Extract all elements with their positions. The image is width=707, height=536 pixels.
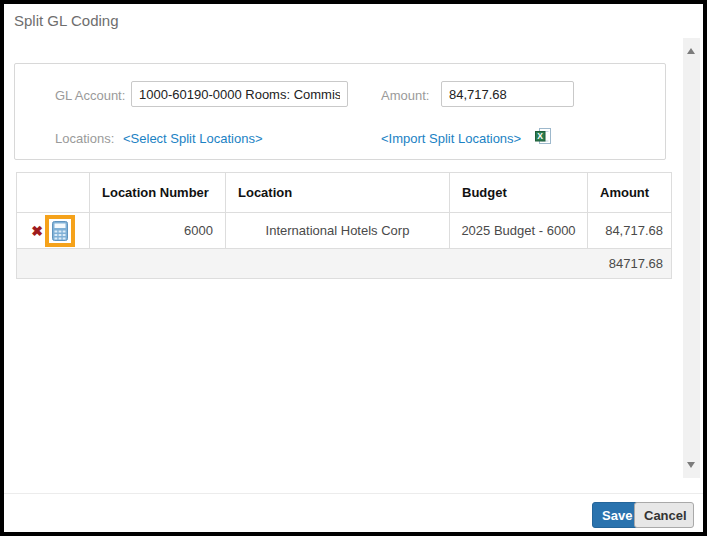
total-amount: 84717.68 — [17, 249, 672, 279]
dialog-footer: Save Cancel — [4, 493, 703, 532]
header-location: Location — [226, 173, 450, 213]
table-header-row: Location Number Location Budget Amount — [17, 173, 672, 213]
cell-location: International Hotels Corp — [226, 213, 450, 249]
dialog-title: Split GL Coding — [14, 12, 119, 29]
amount-label: Amount: — [381, 88, 429, 103]
cell-amount: 84,717.68 — [588, 213, 672, 249]
table-total-row: 84717.68 — [17, 249, 672, 279]
calculator-highlight-box[interactable] — [45, 215, 75, 247]
locations-label: Locations: — [55, 131, 114, 146]
amount-input[interactable] — [441, 81, 574, 107]
header-location-number: Location Number — [90, 173, 226, 213]
header-amount: Amount — [588, 173, 672, 213]
scrollbar-up-arrow-icon[interactable] — [687, 48, 695, 54]
cell-location-number: 6000 — [90, 213, 226, 249]
split-locations-table: Location Number Location Budget Amount ✖ — [16, 172, 672, 279]
cell-budget: 2025 Budget - 6000 — [450, 213, 588, 249]
header-icons — [17, 173, 90, 213]
row-actions-cell: ✖ — [17, 213, 90, 249]
excel-icon[interactable]: X — [535, 128, 551, 148]
table-row: ✖ — [17, 213, 672, 249]
select-split-locations-link[interactable]: <Select Split Locations> — [123, 131, 262, 146]
dialog-scrollbar[interactable] — [683, 38, 700, 478]
cancel-button[interactable]: Cancel — [634, 502, 694, 528]
gl-account-input[interactable] — [131, 81, 348, 107]
gl-account-label: GL Account: — [55, 88, 125, 103]
import-split-locations-link[interactable]: <Import Split Locations> — [381, 131, 521, 146]
header-budget: Budget — [450, 173, 588, 213]
gl-coding-form: GL Account: Amount: Locations: <Select S… — [14, 63, 666, 160]
svg-text:X: X — [537, 131, 543, 141]
calculator-icon — [52, 221, 68, 241]
split-gl-coding-dialog: Split GL Coding GL Account: Amount: Loca… — [0, 0, 707, 536]
scrollbar-down-arrow-icon[interactable] — [687, 462, 695, 468]
delete-row-icon[interactable]: ✖ — [31, 224, 43, 238]
